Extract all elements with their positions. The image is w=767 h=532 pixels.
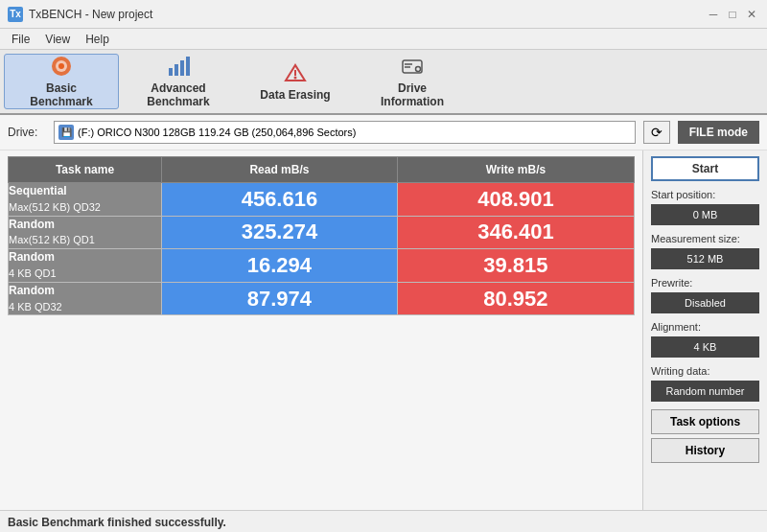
- data-erasing-icon: [282, 61, 309, 84]
- close-button[interactable]: ✕: [744, 7, 759, 22]
- toolbar-drive-information[interactable]: DriveInformation: [355, 54, 470, 109]
- start-position-label: Start position:: [651, 189, 759, 200]
- title-bar: Tx TxBENCH - New project ─ □ ✕: [0, 0, 767, 29]
- writing-data-value: Random number: [651, 381, 759, 402]
- drive-information-label: DriveInformation: [381, 81, 444, 109]
- menu-view[interactable]: View: [37, 31, 78, 48]
- right-panel: Start Start position: 0 MB Measurement s…: [642, 150, 767, 510]
- table-row: Random4 KB QD1 16.294 39.815: [9, 249, 635, 283]
- write-value-0: 408.901: [397, 183, 634, 217]
- data-erasing-label: Data Erasing: [260, 88, 330, 102]
- drive-selector[interactable]: 💾 (F:) ORICO N300 128GB 119.24 GB (250,0…: [54, 121, 636, 144]
- minimize-button[interactable]: ─: [706, 7, 721, 22]
- table-row: Random4 KB QD32 87.974 80.952: [9, 282, 635, 315]
- refresh-icon: ⟳: [651, 125, 662, 140]
- svg-rect-3: [169, 68, 173, 76]
- read-value-2: 16.294: [162, 249, 398, 283]
- basic-benchmark-icon: [48, 55, 75, 78]
- write-value-2: 39.815: [397, 249, 634, 283]
- app-icon: Tx: [8, 7, 23, 22]
- read-value-3: 87.974: [162, 282, 398, 315]
- svg-point-9: [294, 76, 297, 79]
- start-position-value: 0 MB: [651, 204, 759, 225]
- table-row: RandomMax(512 KB) QD1 325.274 346.401: [9, 216, 635, 249]
- read-value-1: 325.274: [162, 216, 398, 249]
- measurement-label: Measurement size:: [651, 233, 759, 244]
- svg-point-2: [58, 63, 64, 69]
- prewrite-value: Disabled: [651, 292, 759, 313]
- writing-data-label: Writing data:: [651, 365, 759, 377]
- measurement-value: 512 MB: [651, 248, 759, 269]
- menu-bar: File View Help: [0, 29, 767, 50]
- maximize-button[interactable]: □: [725, 7, 740, 22]
- status-text: Basic Benchmark finished successfully.: [8, 516, 226, 529]
- menu-file[interactable]: File: [4, 31, 37, 48]
- svg-rect-4: [174, 64, 178, 76]
- task-name-2: Random4 KB QD1: [9, 249, 162, 283]
- status-bar: Basic Benchmark finished successfully.: [0, 510, 767, 532]
- task-options-button[interactable]: Task options: [651, 409, 759, 434]
- drive-row: Drive: 💾 (F:) ORICO N300 128GB 119.24 GB…: [0, 115, 767, 150]
- advanced-benchmark-icon: [165, 55, 192, 78]
- toolbar: BasicBenchmark AdvancedBenchmark Data Er…: [0, 50, 767, 115]
- drive-inline-icon: 💾: [58, 125, 74, 140]
- svg-rect-6: [186, 57, 190, 76]
- drive-selector-text: (F:) ORICO N300 128GB 119.24 GB (250,064…: [78, 127, 356, 138]
- drive-information-icon: [399, 55, 426, 78]
- col-header-task: Task name: [9, 157, 162, 183]
- drive-label: Drive:: [8, 126, 46, 139]
- alignment-label: Alignment:: [651, 321, 759, 333]
- svg-rect-5: [180, 60, 184, 76]
- col-header-write: Write mB/s: [397, 157, 634, 183]
- alignment-value: 4 KB: [651, 336, 759, 358]
- file-mode-button[interactable]: FILE mode: [678, 121, 759, 144]
- prewrite-label: Prewrite:: [651, 277, 759, 289]
- task-name-3: Random4 KB QD32: [9, 282, 162, 315]
- toolbar-basic-benchmark[interactable]: BasicBenchmark: [4, 54, 119, 109]
- menu-help[interactable]: Help: [78, 31, 117, 48]
- title-bar-controls: ─ □ ✕: [706, 7, 759, 22]
- basic-benchmark-label: BasicBenchmark: [30, 81, 92, 109]
- write-value-1: 346.401: [397, 216, 634, 249]
- main-content: Task name Read mB/s Write mB/s Sequentia…: [0, 150, 767, 510]
- read-value-0: 456.616: [162, 183, 398, 217]
- toolbar-advanced-benchmark[interactable]: AdvancedBenchmark: [121, 54, 236, 109]
- col-header-read: Read mB/s: [162, 157, 398, 183]
- drive-refresh-button[interactable]: ⟳: [643, 121, 670, 144]
- advanced-benchmark-label: AdvancedBenchmark: [147, 81, 209, 109]
- history-button[interactable]: History: [651, 438, 759, 463]
- svg-point-12: [416, 66, 421, 71]
- write-value-3: 80.952: [397, 282, 634, 315]
- table-row: SequentialMax(512 KB) QD32 456.616 408.9…: [9, 183, 635, 217]
- task-name-0: SequentialMax(512 KB) QD32: [9, 183, 162, 217]
- results-area: Task name Read mB/s Write mB/s Sequentia…: [0, 150, 642, 510]
- title-bar-text: TxBENCH - New project: [29, 8, 706, 21]
- task-name-1: RandomMax(512 KB) QD1: [9, 216, 162, 249]
- start-button[interactable]: Start: [651, 156, 759, 181]
- results-table: Task name Read mB/s Write mB/s Sequentia…: [8, 156, 635, 315]
- toolbar-data-erasing[interactable]: Data Erasing: [238, 54, 353, 109]
